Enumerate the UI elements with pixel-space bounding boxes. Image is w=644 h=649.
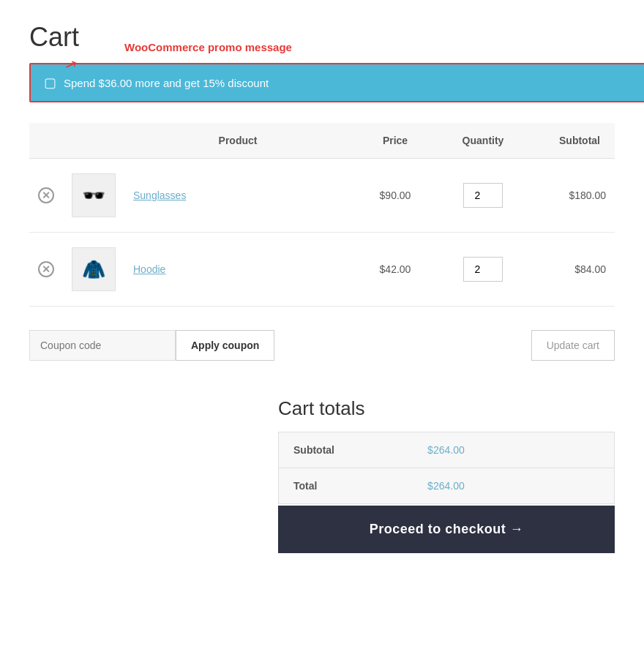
page-title: Cart (29, 22, 615, 53)
coupon-row: Apply coupon Update cart (29, 321, 615, 383)
hoodie-price: $42.00 (351, 233, 439, 307)
subtotal-label: Subtotal (279, 432, 413, 468)
remove-sunglasses-button[interactable]: ✕ (38, 187, 54, 203)
hoodie-thumbnail: 🧥 (72, 247, 116, 291)
col-header-subtotal: Subtotal (527, 123, 615, 159)
hoodie-subtotal: $84.00 (527, 233, 615, 307)
promo-bar: ▢ Spend $36.00 more and get 15% discount (29, 63, 644, 102)
promo-text: Spend $36.00 more and get 15% discount (64, 77, 269, 89)
total-row: Total $264.00 (279, 468, 615, 504)
coupon-section: Apply coupon (29, 330, 274, 361)
coupon-input[interactable] (29, 330, 176, 361)
col-header-remove (29, 123, 63, 159)
cart-table: Product Price Quantity Subtotal ✕ 🕶️ Sun… (29, 123, 615, 307)
apply-coupon-button[interactable]: Apply coupon (176, 330, 274, 361)
table-row: ✕ 🧥 Hoodie $42.00 $84.00 (29, 233, 615, 307)
sunglasses-link[interactable]: Sunglasses (133, 190, 186, 201)
cart-totals-title: Cart totals (278, 397, 615, 420)
hoodie-quantity[interactable] (463, 257, 503, 282)
cart-totals-section: Cart totals Subtotal $264.00 Total $264.… (278, 397, 615, 553)
annotation-label: WooCommerce promo message (124, 41, 292, 53)
subtotal-value: $264.00 (413, 432, 614, 468)
sunglasses-quantity[interactable] (463, 183, 503, 208)
col-header-price: Price (351, 123, 439, 159)
col-header-thumb (63, 123, 124, 159)
col-header-product: Product (124, 123, 351, 159)
hoodie-link[interactable]: Hoodie (133, 263, 165, 275)
total-value: $264.00 (413, 468, 614, 504)
total-label: Total (279, 468, 413, 504)
sunglasses-subtotal: $180.00 (527, 159, 615, 233)
sunglasses-price: $90.00 (351, 159, 439, 233)
remove-hoodie-button[interactable]: ✕ (38, 261, 54, 277)
totals-table: Subtotal $264.00 Total $264.00 (278, 432, 615, 504)
promo-icon: ▢ (44, 75, 56, 91)
update-cart-button[interactable]: Update cart (531, 330, 615, 361)
col-header-quantity: Quantity (439, 123, 527, 159)
sunglasses-thumbnail: 🕶️ (72, 173, 116, 217)
subtotal-row: Subtotal $264.00 (279, 432, 615, 468)
table-row: ✕ 🕶️ Sunglasses $90.00 $180.00 (29, 159, 615, 233)
proceed-to-checkout-button[interactable]: Proceed to checkout → (278, 506, 615, 553)
